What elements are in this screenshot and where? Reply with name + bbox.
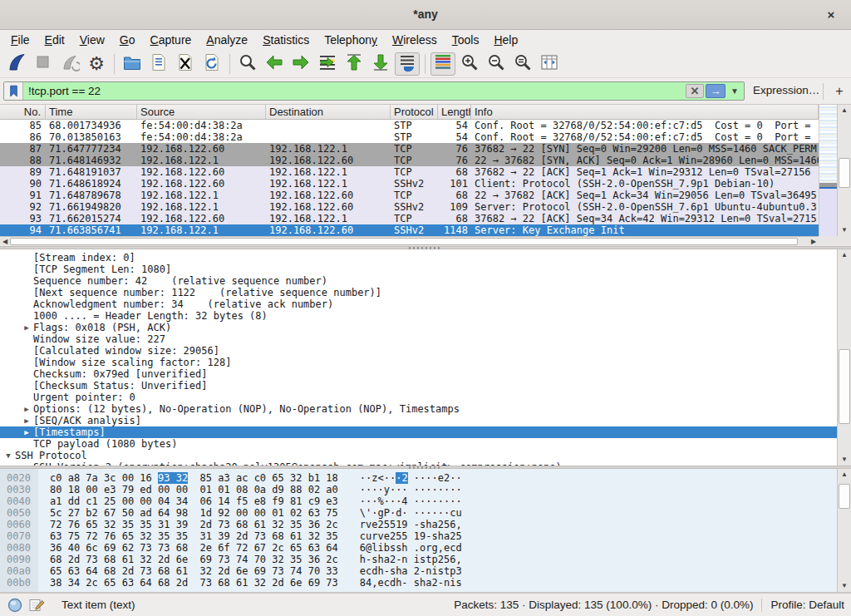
menu-item-tools[interactable]: Tools	[445, 32, 487, 48]
hex-row[interactable]: 003080 18 00 e3 79 ed 00 00 01 01 08 0a …	[0, 484, 851, 495]
hex-row[interactable]: 00505c 27 b2 67 50 ad 64 98 1d 92 00 00 …	[0, 507, 851, 519]
scroll-up-icon[interactable]: ▲	[838, 249, 851, 261]
restart-capture-button[interactable]	[57, 52, 82, 76]
menu-item-file[interactable]: File	[3, 32, 37, 48]
scroll-down-icon[interactable]: ▼	[838, 454, 851, 466]
filter-history-dropdown[interactable]: ▼	[728, 84, 741, 98]
close-file-button[interactable]	[173, 52, 198, 76]
menu-item-help[interactable]: Help	[486, 32, 525, 48]
packet-row-88[interactable]: 8871.648146932192.168.122.1192.168.122.6…	[0, 155, 819, 166]
open-file-button[interactable]	[120, 52, 145, 76]
detail-line[interactable]: [Window size scaling factor: 128]	[0, 357, 851, 368]
detail-line[interactable]: Sequence number: 42 (relative sequence n…	[0, 275, 851, 287]
find-packet-button[interactable]	[235, 52, 260, 76]
column-header-info[interactable]: Info	[471, 105, 819, 119]
bytes-vertical-scrollbar[interactable]: ▲ ▼	[837, 469, 851, 592]
hex-row[interactable]: 00b038 34 2c 65 63 64 68 2d 73 68 61 32 …	[0, 577, 851, 589]
column-header-no[interactable]: No.	[0, 105, 46, 119]
filter-bookmark-button[interactable]	[4, 82, 23, 100]
display-filter-input[interactable]: !tcp.port == 22 ✕ → ▼	[3, 81, 745, 101]
hex-row[interactable]: 00a065 63 64 68 2d 73 68 61 32 2d 6e 69 …	[0, 565, 851, 577]
scroll-down-icon[interactable]: ▼	[838, 224, 851, 236]
detail-line[interactable]: Acknowledgment number: 34 (relative ack …	[0, 298, 851, 310]
packet-row-94[interactable]: 9471.663856741192.168.122.1192.168.122.6…	[0, 224, 819, 236]
expert-info-button[interactable]	[7, 597, 23, 614]
scroll-up-icon[interactable]: ▲	[838, 469, 851, 480]
column-header-time[interactable]: Time	[46, 105, 137, 119]
detail-line[interactable]: [Calculated window size: 29056]	[0, 345, 851, 357]
scrollbar-thumb[interactable]	[839, 349, 850, 424]
packet-row-90[interactable]: 9071.648618924192.168.122.60192.168.122.…	[0, 178, 819, 190]
collapsed-arrow-icon[interactable]: ▶	[20, 322, 33, 333]
details-vertical-scrollbar[interactable]: ▲ ▼	[837, 249, 851, 466]
packet-row-92[interactable]: 9271.661949820192.168.122.1192.168.122.6…	[0, 201, 819, 213]
detail-line[interactable]: [TCP Segment Len: 1080]	[0, 264, 851, 275]
colorize-button[interactable]	[430, 52, 455, 76]
hex-row[interactable]: 0040a1 dd c1 25 00 00 04 34 06 14 f5 e8 …	[0, 495, 851, 507]
detail-line[interactable]: [Next sequence number: 1122 (relative se…	[0, 287, 851, 298]
filter-expression-text[interactable]: !tcp.port == 22	[23, 85, 686, 97]
auto-scroll-button[interactable]	[395, 52, 420, 76]
go-back-button[interactable]	[262, 52, 287, 76]
expression-button[interactable]: Expression…	[753, 84, 819, 96]
start-capture-button[interactable]	[4, 52, 29, 76]
detail-line[interactable]: Window size value: 227	[0, 333, 851, 345]
menu-item-telephony[interactable]: Telephony	[317, 32, 385, 48]
scrollbar-thumb[interactable]	[839, 484, 850, 509]
menu-item-view[interactable]: View	[72, 32, 112, 48]
capture-comment-button[interactable]	[28, 597, 45, 614]
detail-line[interactable]: Checksum: 0x79ed [unverified]	[0, 368, 851, 380]
packet-list-vertical-scrollbar[interactable]: ▲ ▼	[837, 105, 851, 236]
menu-item-analyze[interactable]: Analyze	[199, 32, 255, 48]
stop-capture-button[interactable]	[31, 52, 56, 76]
collapsed-arrow-icon[interactable]: ▶	[20, 403, 33, 415]
detail-line[interactable]: ▼SSH Protocol	[0, 450, 851, 461]
detail-line[interactable]: [Checksum Status: Unverified]	[0, 380, 851, 392]
menu-item-wireless[interactable]: Wireless	[385, 32, 445, 48]
column-header-source[interactable]: Source	[137, 105, 266, 119]
hex-row[interactable]: 007063 75 72 76 65 32 35 35 31 39 2d 73 …	[0, 530, 851, 542]
capture-options-button[interactable]: ⚙	[84, 52, 109, 76]
zoom-in-button[interactable]	[457, 52, 482, 76]
packet-row-87[interactable]: 8771.647777234192.168.122.60192.168.122.…	[0, 143, 819, 155]
detail-line[interactable]: 1000 .... = Header Length: 32 bytes (8)	[0, 310, 851, 322]
profile-text[interactable]: Profile: Default	[770, 599, 844, 611]
menu-item-go[interactable]: Go	[112, 32, 143, 48]
reload-file-button[interactable]	[199, 52, 224, 76]
packet-list-minimap[interactable]	[819, 105, 837, 236]
scrollbar-thumb[interactable]	[10, 238, 798, 245]
zoom-reset-button[interactable]	[510, 52, 535, 76]
menu-item-statistics[interactable]: Statistics	[255, 32, 317, 48]
go-to-bottom-button[interactable]	[368, 52, 393, 76]
detail-line[interactable]: ▶[Timestamps]	[0, 426, 851, 438]
packet-row-85[interactable]: 8568.001734936fe:54:00:d4:38:2aSTP54Conf…	[0, 120, 819, 131]
expanded-arrow-icon[interactable]: ▼	[2, 450, 15, 461]
detail-line[interactable]: ▶Flags: 0x018 (PSH, ACK)	[0, 322, 851, 333]
scroll-right-icon[interactable]: ▶	[809, 237, 819, 246]
packet-row-91[interactable]: 9171.648789678192.168.122.1192.168.122.6…	[0, 190, 819, 201]
hex-row[interactable]: 008036 40 6c 69 62 73 73 68 2e 6f 72 67 …	[0, 542, 851, 554]
packet-row-86[interactable]: 8670.013850163fe:54:00:d4:38:2aSTP54Conf…	[0, 131, 819, 143]
detail-line[interactable]: Urgent pointer: 0	[0, 392, 851, 403]
column-header-destination[interactable]: Destination	[266, 105, 391, 119]
packet-row-93[interactable]: 9371.662015274192.168.122.60192.168.122.…	[0, 213, 819, 224]
go-to-packet-button[interactable]	[315, 52, 340, 76]
clear-filter-button[interactable]: ✕	[686, 84, 704, 98]
scroll-down-icon[interactable]: ▼	[838, 580, 851, 592]
hex-row[interactable]: 009068 2d 73 68 61 32 2d 6e 69 73 74 70 …	[0, 554, 851, 565]
resize-columns-button[interactable]	[537, 52, 562, 76]
detail-line[interactable]: [Stream index: 0]	[0, 252, 851, 264]
collapsed-arrow-icon[interactable]: ▶	[20, 415, 33, 426]
column-header-length[interactable]: Length	[438, 105, 471, 119]
column-header-protocol[interactable]: Protocol	[391, 105, 438, 119]
packet-list-horizontal-scrollbar[interactable]: ◀ ▶	[0, 236, 819, 246]
close-icon[interactable]: ×	[823, 7, 839, 23]
hex-row[interactable]: 0020c0 a8 7a 3c 00 16 93 32 85 a3 ac c0 …	[0, 472, 851, 484]
scrollbar-thumb[interactable]	[839, 158, 850, 188]
scroll-left-icon[interactable]: ◀	[0, 237, 10, 246]
save-file-button[interactable]	[146, 52, 171, 76]
add-filter-button[interactable]: +	[831, 81, 848, 101]
detail-line[interactable]: ▶Options: (12 bytes), No-Operation (NOP)…	[0, 403, 851, 415]
scroll-up-icon[interactable]: ▲	[838, 105, 851, 116]
collapsed-arrow-icon[interactable]: ▶	[20, 426, 33, 438]
